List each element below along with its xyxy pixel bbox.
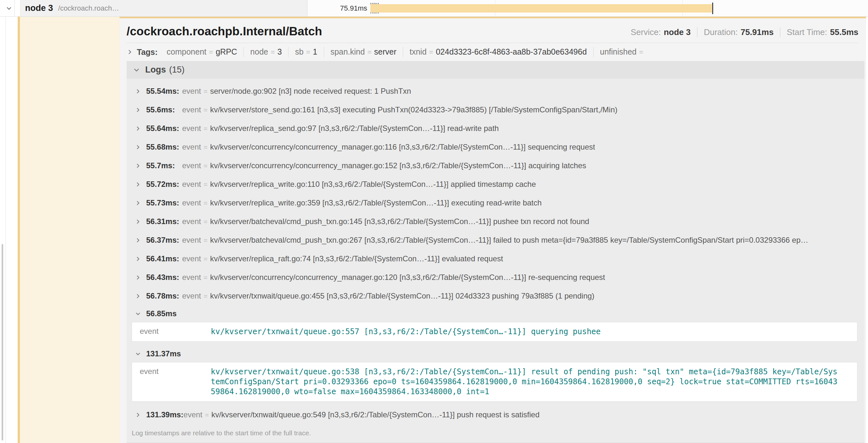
log-row[interactable]: 55.64ms: event=kv/kvserver/replica_send.…: [127, 119, 865, 138]
tag-item: component = gRPC: [160, 47, 244, 57]
log-equals: =: [204, 181, 208, 188]
log-message: event=kv/kvserver/batcheval/cmd_push_txn…: [182, 236, 808, 245]
log-text: kv/kvserver/batcheval/cmd_push_txn.go:26…: [210, 236, 808, 244]
tag-key: span.kind: [331, 47, 365, 57]
log-message: event=kv/kvserver/replica_raft.go:74 [n3…: [182, 254, 503, 263]
selected-span-accent-bar: [18, 0, 20, 443]
start-time-meta: Start Time: 55.5ms: [780, 27, 858, 37]
span-service-name: node 3: [25, 3, 53, 13]
log-row[interactable]: 55.6ms: event=kv/kvserver/store_send.go:…: [127, 100, 865, 119]
log-row[interactable]: 56.37ms: event=kv/kvserver/batcheval/cmd…: [127, 231, 865, 249]
log-field-name: event: [182, 198, 201, 207]
log-row[interactable]: 55.72ms: event=kv/kvserver/replica_write…: [127, 175, 865, 194]
chevron-down-icon: [135, 351, 141, 357]
duration-meta: Duration: 75.91ms: [697, 27, 774, 37]
log-timestamp: 55.64ms:: [146, 124, 182, 133]
chevron-right-icon: [135, 293, 141, 299]
chevron-down-icon[interactable]: [4, 4, 13, 12]
log-equals: =: [204, 125, 208, 132]
tag-key: node: [250, 47, 268, 57]
log-row[interactable]: 56.41ms: event=kv/kvserver/replica_raft.…: [127, 249, 865, 268]
chevron-right-icon: [135, 256, 141, 262]
log-message: event=kv/kvserver/store_send.go:161 [n3,…: [182, 105, 617, 114]
log-field-name: event: [183, 410, 203, 419]
log-timestamp: 55.73ms:: [146, 198, 182, 207]
span-detail-panel: /cockroach.roachpb.Internal/Batch Servic…: [120, 17, 866, 443]
log-row[interactable]: 56.43ms: event=kv/kvserver/concurrency/c…: [127, 268, 865, 287]
log-field-name: event: [182, 236, 201, 244]
log-timestamp: 55.54ms:: [146, 87, 182, 96]
chevron-down-icon: [133, 66, 140, 73]
service-value: node 3: [664, 27, 691, 37]
logs-footer-note: Log timestamps are relative to the start…: [127, 424, 865, 443]
log-equals: =: [204, 106, 208, 114]
log-keyvalue-table: event kv/kvserver/txnwait/queue.go:538 […: [132, 362, 858, 402]
service-label: Service:: [630, 27, 661, 37]
log-timestamp: 56.37ms:: [146, 236, 182, 245]
chevron-right-icon: [127, 49, 133, 55]
log-row-expanded-header[interactable]: 56.85ms: [127, 305, 865, 322]
log-text: kv/kvserver/batcheval/cmd_push_txn.go:14…: [210, 217, 589, 226]
tag-value: 024d3323-6c8f-4863-aa8b-37ab0e63496d: [436, 47, 587, 57]
log-equals: =: [204, 237, 208, 244]
vertical-scrollbar[interactable]: [2, 244, 3, 440]
span-duration-bar[interactable]: [370, 4, 712, 12]
log-timestamp: 55.6ms:: [146, 105, 182, 114]
log-equals: =: [204, 255, 208, 263]
log-field-name: event: [132, 327, 211, 337]
logs-count: (15): [169, 65, 185, 75]
log-equals: =: [204, 143, 208, 151]
chevron-right-icon: [135, 88, 141, 94]
service-meta: Service: node 3: [630, 27, 691, 37]
tag-key: component: [167, 47, 207, 57]
tag-key: unfinished: [600, 47, 637, 57]
tag-equals: =: [368, 47, 372, 57]
log-row[interactable]: 56.31ms: event=kv/kvserver/batcheval/cmd…: [127, 212, 865, 231]
log-timestamp: 56.78ms:: [146, 292, 182, 301]
log-row-expanded-header[interactable]: 131.37ms: [127, 345, 865, 362]
log-field-name: event: [182, 292, 201, 300]
log-row[interactable]: 55.68ms: event=kv/kvserver/concurrency/c…: [127, 138, 865, 156]
log-row[interactable]: 55.73ms: event=kv/kvserver/replica_write…: [127, 194, 865, 212]
tag-equals: =: [209, 47, 213, 57]
log-timestamp: 56.43ms:: [146, 273, 182, 282]
tag-value: 1: [313, 47, 317, 57]
span-timeline-cell[interactable]: 75.91ms: [307, 0, 868, 16]
tags-toggle-row[interactable]: Tags: component = gRPC node = 3 sb = 1 s…: [127, 43, 858, 61]
span-end-tick: [712, 3, 713, 14]
log-field-name: event: [182, 180, 201, 189]
log-text: kv/kvserver/replica_send.go:97 [n3,s3,r6…: [210, 124, 499, 133]
log-equals: =: [204, 218, 208, 225]
tag-item: txnid = 024d3323-6c8f-4863-aa8b-37ab0e63…: [403, 47, 594, 57]
tag-key: txnid: [410, 47, 427, 57]
log-field-name: event: [132, 367, 211, 397]
log-text: kv/kvserver/concurrency/concurrency_mana…: [210, 273, 605, 281]
log-field-name: event: [182, 273, 201, 281]
log-message: event=kv/kvserver/concurrency/concurrenc…: [182, 273, 605, 282]
chevron-right-icon: [135, 126, 141, 132]
log-text: kv/kvserver/concurrency/concurrency_mana…: [210, 161, 586, 170]
chevron-right-icon: [135, 163, 141, 169]
tag-item: sb = 1: [288, 47, 324, 57]
log-row[interactable]: 55.7ms: event=kv/kvserver/concurrency/co…: [127, 156, 865, 175]
log-row[interactable]: 131.39ms: event=kv/kvserver/txnwait/queu…: [127, 405, 865, 424]
log-field-name: event: [182, 161, 201, 170]
log-equals: =: [204, 162, 208, 170]
log-message: event=kv/kvserver/txnwait/queue.go:549 […: [183, 410, 539, 419]
log-message: event=kv/kvserver/replica_write.go:359 […: [182, 198, 541, 207]
log-row-expanded: 56.85ms event kv/kvserver/txnwait/queue.…: [127, 305, 865, 342]
log-timestamp: 55.72ms:: [146, 180, 182, 189]
tag-item: span.kind = server: [324, 47, 403, 57]
span-detail-header: /cockroach.roachpb.Internal/Batch Servic…: [127, 24, 858, 39]
tag-value: gRPC: [216, 47, 237, 57]
log-row-expanded: 131.37ms event kv/kvserver/txnwait/queue…: [127, 345, 865, 402]
logs-header[interactable]: Logs (15): [127, 61, 865, 79]
log-row[interactable]: 55.54ms: event=server/node.go:902 [n3] n…: [127, 82, 865, 100]
span-name-cell[interactable]: node 3 /cockroach.roach…: [20, 0, 307, 16]
log-text: kv/kvserver/replica_write.go:359 [n3,s3,…: [210, 198, 541, 207]
log-text: kv/kvserver/txnwait/queue.go:455 [n3,s3,…: [210, 292, 594, 300]
log-row[interactable]: 56.78ms: event=kv/kvserver/txnwait/queue…: [127, 287, 865, 305]
logs-section: Logs (15) 55.54ms: event=server/node.go:…: [127, 61, 865, 443]
start-time-value: 55.5ms: [830, 27, 858, 37]
tag-key: sb: [295, 47, 303, 57]
